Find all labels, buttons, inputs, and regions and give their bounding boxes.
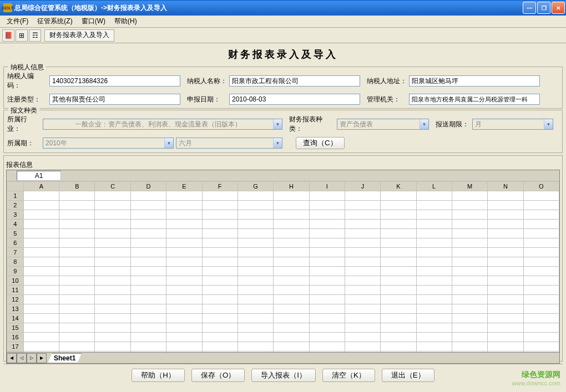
sheet-tab[interactable]: Sheet1 [48, 353, 82, 363]
cell[interactable] [488, 304, 523, 314]
cell[interactable] [95, 295, 130, 304]
cell[interactable] [416, 323, 452, 333]
cell[interactable] [452, 323, 487, 333]
cell[interactable] [274, 295, 309, 304]
cell[interactable] [416, 201, 452, 210]
cell[interactable] [237, 248, 273, 257]
cell[interactable] [416, 333, 452, 342]
cell[interactable] [166, 286, 202, 295]
col-header[interactable]: O [523, 182, 559, 191]
cell[interactable] [452, 276, 487, 286]
grid-icon[interactable]: ⊞ [16, 29, 28, 42]
cell[interactable] [416, 229, 452, 238]
cell[interactable] [202, 248, 237, 257]
cell[interactable] [381, 295, 416, 304]
cell[interactable] [488, 333, 523, 342]
cell[interactable] [95, 248, 130, 257]
minimize-button[interactable]: — [523, 2, 536, 14]
cell[interactable] [345, 342, 380, 352]
cell[interactable] [523, 295, 559, 304]
cell[interactable] [95, 352, 130, 353]
row-header[interactable]: 7 [7, 248, 24, 257]
cell[interactable] [381, 248, 416, 257]
cell[interactable] [274, 352, 309, 353]
exit-button[interactable]: 退出（E） [382, 369, 434, 382]
row-header[interactable]: 17 [7, 342, 24, 352]
cell[interactable] [345, 257, 380, 267]
query-button[interactable]: 查询（C） [296, 137, 345, 149]
cell[interactable] [523, 352, 559, 353]
cell[interactable] [416, 295, 452, 304]
cell[interactable] [202, 342, 237, 352]
cell[interactable] [345, 286, 380, 295]
cell[interactable] [166, 238, 202, 248]
col-header[interactable]: F [202, 182, 237, 191]
cell[interactable] [202, 323, 237, 333]
cell[interactable] [523, 314, 559, 323]
cell[interactable] [381, 352, 416, 353]
cell[interactable] [309, 210, 345, 220]
cell[interactable] [237, 323, 273, 333]
cell[interactable] [488, 276, 523, 286]
cell[interactable] [95, 286, 130, 295]
cell[interactable] [237, 267, 273, 276]
cell[interactable] [130, 220, 166, 229]
cell[interactable] [309, 220, 345, 229]
cell[interactable] [59, 201, 95, 210]
cell[interactable] [23, 210, 59, 220]
cell[interactable] [274, 267, 309, 276]
cell[interactable] [95, 267, 130, 276]
row-header[interactable]: 1 [7, 191, 24, 201]
cell[interactable] [416, 304, 452, 314]
month-select[interactable]: 六月 ▼ [176, 138, 282, 149]
cell[interactable] [130, 304, 166, 314]
cell[interactable] [523, 191, 559, 201]
cell[interactable] [523, 201, 559, 210]
cell[interactable] [274, 210, 309, 220]
cell[interactable] [452, 191, 487, 201]
cell[interactable] [309, 276, 345, 286]
row-header[interactable]: 6 [7, 238, 24, 248]
cell[interactable] [523, 286, 559, 295]
cell[interactable] [23, 342, 59, 352]
cell[interactable] [452, 229, 487, 238]
cell[interactable] [166, 295, 202, 304]
cell[interactable] [523, 342, 559, 352]
row-header[interactable]: 2 [7, 201, 24, 210]
cell[interactable] [130, 295, 166, 304]
cell[interactable] [488, 352, 523, 353]
cell[interactable] [345, 267, 380, 276]
col-header[interactable]: M [452, 182, 487, 191]
cell[interactable] [274, 286, 309, 295]
cell[interactable] [23, 314, 59, 323]
tab-nav-next[interactable]: ▷ [27, 353, 37, 363]
cell[interactable] [130, 323, 166, 333]
cell[interactable] [130, 191, 166, 201]
send-period-select[interactable]: 月 ▼ [472, 119, 553, 130]
cell[interactable] [130, 333, 166, 342]
cell[interactable] [488, 323, 523, 333]
col-header[interactable]: H [274, 182, 309, 191]
cell[interactable] [237, 333, 273, 342]
cell[interactable] [95, 333, 130, 342]
cell[interactable] [381, 210, 416, 220]
cell[interactable] [345, 314, 380, 323]
cell[interactable] [488, 229, 523, 238]
cell[interactable] [452, 257, 487, 267]
cell[interactable] [416, 220, 452, 229]
cell[interactable] [381, 342, 416, 352]
row-header[interactable]: 3 [7, 210, 24, 220]
cell[interactable] [274, 201, 309, 210]
cell[interactable] [23, 267, 59, 276]
cell[interactable] [166, 267, 202, 276]
cell[interactable] [523, 229, 559, 238]
cell[interactable] [274, 238, 309, 248]
cell[interactable] [23, 257, 59, 267]
cell[interactable] [166, 342, 202, 352]
cell[interactable] [452, 352, 487, 353]
cell[interactable] [488, 201, 523, 210]
cell[interactable] [166, 314, 202, 323]
cell[interactable] [59, 286, 95, 295]
cell[interactable] [202, 238, 237, 248]
cell[interactable] [237, 342, 273, 352]
